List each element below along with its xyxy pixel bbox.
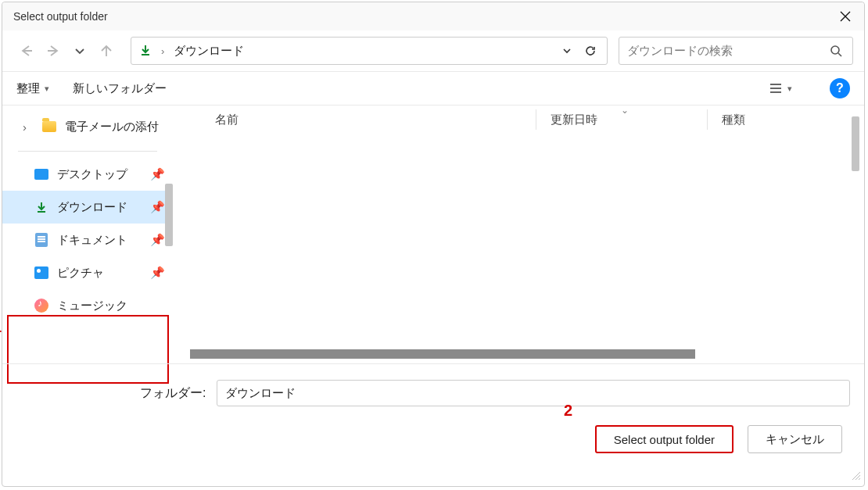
sidebar-label: デスクトップ [57, 167, 142, 182]
sidebar-item-attachments[interactable]: › 電子メールの添付 [2, 110, 173, 143]
annotation-1-label: 1 [0, 318, 2, 336]
dropdown-caret-icon: ▾ [45, 84, 49, 94]
column-name[interactable]: 名前 [215, 113, 536, 127]
column-date[interactable]: ⌄ 更新日時 [551, 113, 707, 127]
sidebar-label: ミュージック [57, 299, 165, 313]
downloads-icon [34, 200, 49, 214]
chevron-down-icon [74, 45, 86, 57]
pin-icon: 📌 [150, 200, 165, 214]
sidebar: › 電子メールの添付 デスクトップ 📌 ダウンロード 📌 [2, 106, 173, 363]
address-folder: ダウンロード [174, 44, 244, 59]
sidebar-item-documents[interactable]: ドキュメント 📌 [2, 224, 173, 256]
pin-icon: 📌 [150, 233, 165, 247]
toolbar: 整理 ▾ 新しいフォルダー ▾ ? [2, 71, 864, 106]
resize-grip-icon [850, 470, 861, 481]
cancel-button[interactable]: キャンセル [748, 425, 842, 453]
arrow-right-icon [45, 43, 61, 59]
button-row: 2 Select output folder キャンセル [16, 425, 850, 453]
horizontal-scrollbar[interactable] [190, 349, 695, 359]
sidebar-label: ピクチャ [57, 266, 142, 281]
music-icon [34, 299, 49, 313]
breadcrumb-sep-icon: › [161, 45, 164, 57]
sidebar-item-desktop[interactable]: デスクトップ 📌 [2, 158, 173, 191]
folder-icon [41, 120, 57, 134]
folder-name-label: フォルダー: [140, 385, 206, 402]
cancel-button-label: キャンセル [766, 432, 824, 447]
column-type[interactable]: 種類 [722, 113, 831, 127]
organize-button[interactable]: 整理 ▾ [16, 81, 49, 96]
vertical-scrollbar[interactable] [852, 116, 859, 171]
refresh-icon [584, 45, 597, 57]
nav-back-button[interactable] [13, 38, 40, 64]
document-icon [34, 233, 49, 247]
downloads-icon [139, 44, 152, 59]
window-title: Select output folder [13, 10, 827, 23]
column-date-label: 更新日時 [551, 113, 597, 126]
resize-grip[interactable] [850, 470, 861, 481]
column-divider [707, 109, 708, 130]
address-dropdown-button[interactable] [555, 39, 579, 63]
svg-point-0 [831, 46, 839, 54]
dropdown-caret-icon: ▾ [787, 84, 792, 94]
arrow-left-icon [19, 43, 34, 59]
folder-name-value: ダウンロード [225, 386, 296, 401]
view-mode-button[interactable]: ▾ [769, 82, 792, 95]
desktop-icon [34, 167, 49, 181]
sidebar-item-pictures[interactable]: ピクチャ 📌 [2, 256, 173, 289]
help-button[interactable]: ? [830, 78, 850, 98]
files-pane: 名前 ⌄ 更新日時 種類 [173, 106, 864, 363]
arrow-up-icon [99, 43, 114, 59]
new-folder-button[interactable]: 新しいフォルダー [73, 81, 167, 96]
dialog-window: Select output folder › ダウンロード [2, 2, 865, 487]
sidebar-item-downloads[interactable]: ダウンロード 📌 [2, 191, 173, 224]
pictures-icon [34, 266, 49, 280]
pin-icon: 📌 [150, 266, 165, 280]
titlebar: Select output folder [2, 2, 864, 30]
sidebar-label: 電子メールの添付 [65, 120, 165, 134]
sidebar-scrollbar[interactable] [165, 184, 173, 246]
refresh-button[interactable] [579, 39, 602, 63]
search-placeholder: ダウンロードの検索 [627, 44, 827, 59]
folder-name-row: フォルダー: ダウンロード [140, 380, 850, 406]
column-headers: 名前 ⌄ 更新日時 種類 [173, 106, 864, 134]
search-input[interactable]: ダウンロードの検索 [619, 37, 853, 65]
search-icon [827, 42, 845, 59]
list-view-icon [769, 82, 783, 95]
annotation-2-label: 2 [564, 402, 572, 420]
nav-recent-button[interactable] [66, 38, 93, 64]
sort-indicator-icon: ⌄ [621, 105, 629, 116]
select-output-folder-button[interactable]: Select output folder [595, 425, 733, 453]
main-split: › 電子メールの添付 デスクトップ 📌 ダウンロード 📌 [2, 106, 864, 363]
nav-forward-button[interactable] [40, 38, 66, 64]
sidebar-label: ドキュメント [57, 233, 142, 248]
bottom-panel: フォルダー: ダウンロード 2 Select output folder キャン… [2, 363, 864, 484]
folder-name-input[interactable]: ダウンロード [217, 380, 850, 406]
close-icon [840, 11, 851, 22]
close-button[interactable] [827, 2, 864, 30]
address-bar[interactable]: › ダウンロード [131, 37, 608, 65]
expand-icon: › [23, 120, 34, 134]
navigation-row: › ダウンロード ダウンロードの検索 [2, 30, 864, 71]
sidebar-separator [18, 151, 157, 152]
address-segment: › ダウンロード [139, 44, 244, 59]
nav-up-button[interactable] [93, 38, 120, 64]
column-divider [536, 109, 536, 130]
select-button-label: Select output folder [614, 433, 715, 446]
organize-label: 整理 [16, 81, 40, 96]
sidebar-label: ダウンロード [57, 200, 142, 215]
help-icon: ? [836, 81, 844, 95]
pin-icon: 📌 [150, 167, 165, 181]
main-area: › 電子メールの添付 デスクトップ 📌 ダウンロード 📌 [2, 106, 864, 363]
chevron-down-icon [561, 45, 572, 56]
sidebar-item-music[interactable]: ミュージック [2, 289, 173, 322]
new-folder-label: 新しいフォルダー [73, 81, 167, 96]
